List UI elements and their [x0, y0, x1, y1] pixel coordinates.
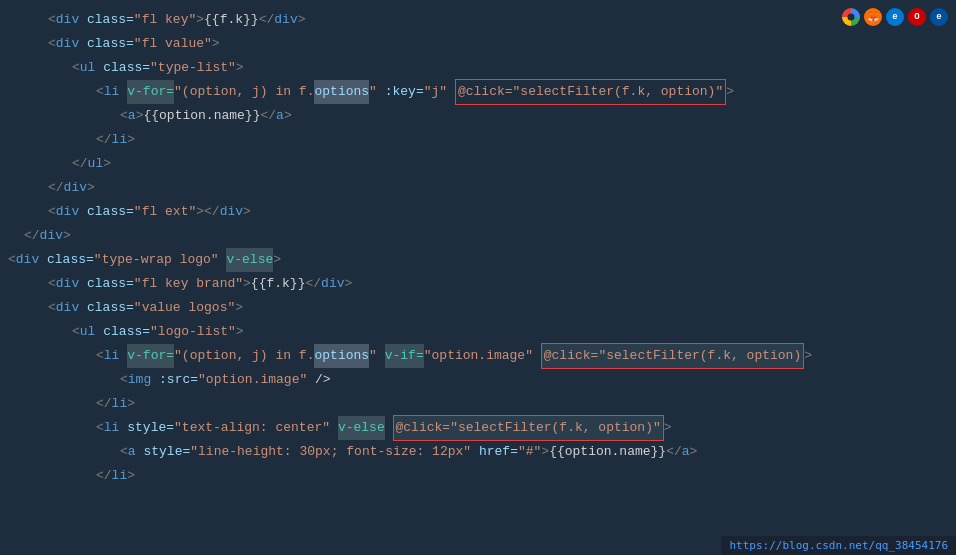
code-line-16: <img :src="option.image" /> — [0, 368, 956, 392]
code-line-7: </ul> — [0, 152, 956, 176]
firefox-icon: 🦊 — [864, 8, 882, 26]
code-line-10: </div> — [0, 224, 956, 248]
code-line-3: <ul class="type-list"> — [0, 56, 956, 80]
code-line-4: <li v-for="(option, j) in f.options" :ke… — [0, 80, 956, 104]
code-line-8: </div> — [0, 176, 956, 200]
bracket: < — [48, 8, 56, 32]
click-event-2: @click="selectFilter(f.k, option) — [541, 343, 804, 369]
code-line-6: </li> — [0, 128, 956, 152]
ie-blue-icon: e — [930, 8, 948, 26]
attr-val: "fl key" — [134, 8, 196, 32]
chrome-icon — [842, 8, 860, 26]
code-container: <div class="fl key">{{f.k}}</div> <div c… — [0, 0, 956, 555]
browser-icons: 🦊 e O e — [842, 8, 948, 26]
url-text: https://blog.csdn.net/qq_38454176 — [729, 539, 948, 552]
code-line-14: <ul class="logo-list"> — [0, 320, 956, 344]
code-line-17: </li> — [0, 392, 956, 416]
v-for-directive: v-for= — [127, 80, 174, 104]
code-line-18: <li style="text-align: center" v-else @c… — [0, 416, 956, 440]
code-line-15: <li v-for="(option, j) in f.options" v-i… — [0, 344, 956, 368]
tag: div — [56, 8, 79, 32]
code-line-5: <a>{{option.name}}</a> — [0, 104, 956, 128]
code-line-9: <div class="fl ext"></div> — [0, 200, 956, 224]
click-event-1: @click="selectFilter(f.k, option)" — [455, 79, 726, 105]
edge-icon: e — [886, 8, 904, 26]
code-line-19: <a style="line-height: 30px; font-size: … — [0, 440, 956, 464]
text: {{f.k}} — [204, 8, 259, 32]
code-line-11: <div class="type-wrap logo" v-else> — [0, 248, 956, 272]
click-event-3: @click="selectFilter(f.k, option)" — [393, 415, 664, 441]
attr: class= — [79, 8, 134, 32]
code-line-12: <div class="fl key brand">{{f.k}}</div> — [0, 272, 956, 296]
code-line-2: <div class="fl value"> — [0, 32, 956, 56]
url-bar: https://blog.csdn.net/qq_38454176 — [721, 536, 956, 555]
code-line-13: <div class="value logos"> — [0, 296, 956, 320]
code-line-20: </li> — [0, 464, 956, 488]
code-line-1: <div class="fl key">{{f.k}}</div> — [0, 8, 956, 32]
ie-red-icon: O — [908, 8, 926, 26]
